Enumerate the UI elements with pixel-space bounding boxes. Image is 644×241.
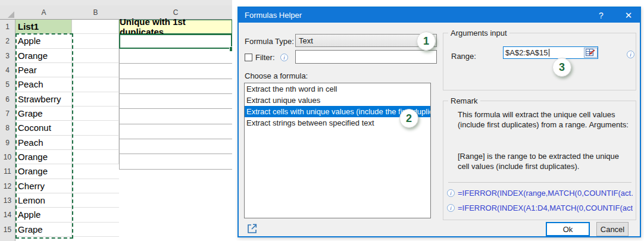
cell-A7[interactable]: Grape	[15, 107, 72, 121]
cell-B10[interactable]	[72, 150, 119, 164]
cell-B2[interactable]	[72, 34, 119, 48]
cell-A3[interactable]: Orange	[15, 49, 72, 63]
row-header-15[interactable]: 15	[0, 223, 15, 237]
formula-info-icon[interactable]: i	[447, 204, 455, 212]
row-header-5[interactable]: 5	[0, 77, 15, 92]
formula-type-value: Text	[299, 36, 313, 45]
step-badge-3: 3	[552, 58, 571, 77]
range-value: $A$2:$A$15	[505, 48, 548, 57]
cell-B15[interactable]	[72, 223, 119, 237]
row-header-1[interactable]: 1	[0, 20, 15, 35]
cell-A14[interactable]: Apple	[15, 208, 72, 222]
cell-A2[interactable]: Apple	[15, 34, 72, 48]
excel-worksheet: A B C 12345678910111213141516 AppleOrang…	[0, 0, 232, 241]
cell-C10[interactable]	[120, 154, 232, 169]
cell-B11[interactable]	[72, 164, 119, 179]
selected-cell-C2[interactable]	[119, 34, 232, 49]
choose-formula-label: Choose a formula:	[245, 71, 308, 80]
cell-C8[interactable]	[120, 124, 232, 139]
step-badge-1: 1	[417, 32, 436, 51]
filter-input[interactable]	[295, 50, 437, 64]
column-header-B[interactable]: B	[72, 5, 120, 20]
cell-B9[interactable]	[72, 136, 119, 150]
cell-C7[interactable]	[120, 109, 232, 124]
row-header-6[interactable]: 6	[0, 92, 15, 107]
row-header-12[interactable]: 12	[0, 179, 15, 194]
row-header-13[interactable]: 13	[0, 193, 15, 208]
range-info-icon[interactable]: i	[627, 51, 634, 58]
cell-C3[interactable]	[120, 49, 232, 64]
remark-title: Remark	[448, 96, 480, 105]
cell-C6[interactable]	[120, 94, 232, 109]
row-header-4[interactable]: 4	[0, 63, 15, 78]
share-button[interactable]	[246, 223, 258, 234]
cell-C1[interactable]: Unique with 1st duplicates	[119, 20, 232, 34]
cell-A12[interactable]: Cherry	[15, 179, 72, 193]
remark-divider	[448, 182, 632, 183]
formula-info-icon[interactable]: i	[447, 189, 455, 197]
cell-B13[interactable]	[72, 193, 119, 208]
cell-A1[interactable]: List1	[15, 20, 72, 34]
dialog-titlebar[interactable]: Formulas Helper	[239, 8, 640, 23]
column-header-A[interactable]: A	[15, 5, 73, 20]
text-caret	[549, 49, 549, 57]
filter-label: Filter:	[255, 53, 275, 62]
formulas-helper-dialog: Formulas Helper ? ✕ Formula Type: Text 1…	[237, 7, 641, 237]
cell-A15[interactable]: Grape	[15, 223, 72, 237]
remark-text-1: This formula will extract the unique cel…	[458, 109, 633, 130]
filter-checkbox[interactable]	[245, 54, 252, 61]
cell-B14[interactable]	[72, 208, 119, 222]
cell-A6[interactable]: Strawberry	[15, 92, 72, 107]
formula-list-item-1[interactable]: Extract the nth word in cell	[245, 83, 430, 95]
cell-B5[interactable]	[72, 77, 119, 92]
arguments-input-title: Arguments input	[448, 29, 509, 37]
step-badge-2: 2	[399, 109, 418, 128]
cell-B12[interactable]	[72, 179, 119, 193]
formula-list-item-2[interactable]: Extract unique values	[245, 95, 430, 106]
row-header-7[interactable]: 7	[0, 107, 15, 121]
cancel-button[interactable]: Cancel	[596, 222, 629, 236]
row-header-16[interactable]: 16	[0, 237, 15, 241]
fill-handle[interactable]	[229, 46, 232, 52]
cell-A13[interactable]: Lemon	[15, 193, 72, 208]
select-all-triangle-icon	[8, 11, 14, 18]
screenshot-root: A B C 12345678910111213141516 AppleOrang…	[0, 0, 644, 241]
help-button[interactable]: ?	[592, 8, 610, 23]
dialog-title: Formulas Helper	[245, 11, 302, 20]
cell-C5[interactable]	[120, 79, 232, 94]
formula-listbox: Extract the nth word in cellExtract uniq…	[244, 83, 431, 218]
row-header-2[interactable]: 2	[0, 34, 15, 49]
cell-A9[interactable]: Peach	[15, 136, 72, 150]
cell-B1[interactable]	[72, 20, 119, 34]
row-header-10[interactable]: 10	[0, 150, 15, 165]
cell-C4[interactable]	[120, 64, 232, 79]
arguments-input-group: Arguments input Range: $A$2:$A$15 i	[443, 33, 636, 90]
cell-C9[interactable]	[120, 139, 232, 154]
example-formula-link-2[interactable]: =IFERROR(INDEX(A1:D4,MATCH(0,COUNTIF(act…	[458, 204, 633, 212]
close-button[interactable]: ✕	[620, 8, 637, 23]
cell-A10[interactable]: Orange	[15, 150, 72, 164]
cell-B3[interactable]	[72, 49, 119, 63]
cell-A5[interactable]: Peach	[15, 77, 72, 92]
row-header-14[interactable]: 14	[0, 208, 15, 223]
row-header-3[interactable]: 3	[0, 49, 15, 64]
ok-button[interactable]: Ok	[546, 222, 590, 236]
row-header-8[interactable]: 8	[0, 121, 15, 136]
formula-type-dropdown[interactable]: Text	[295, 34, 437, 47]
cell-B4[interactable]	[72, 63, 119, 77]
cell-A11[interactable]: Orange	[15, 164, 72, 179]
row-header-9[interactable]: 9	[0, 136, 15, 151]
cell-B8[interactable]	[72, 121, 119, 135]
range-label: Range:	[451, 52, 476, 61]
select-all-corner[interactable]	[0, 5, 16, 20]
example-formula-row-1: i=IFERROR(INDEX(range,MATCH(0,COUNTIF(ac…	[447, 188, 633, 198]
remark-text-2: [Range] is the range to be extracted the…	[458, 151, 633, 171]
example-formula-link-1[interactable]: =IFERROR(INDEX(range,MATCH(0,COUNTIF(act…	[458, 189, 633, 198]
range-picker-button[interactable]	[584, 48, 598, 58]
cell-B7[interactable]	[72, 107, 119, 121]
filter-info-icon[interactable]: i	[280, 54, 288, 61]
row-header-11[interactable]: 11	[0, 164, 15, 179]
cell-B6[interactable]	[72, 92, 119, 107]
cell-A8[interactable]: Coconut	[15, 121, 72, 135]
cell-A4[interactable]: Pear	[15, 63, 72, 77]
